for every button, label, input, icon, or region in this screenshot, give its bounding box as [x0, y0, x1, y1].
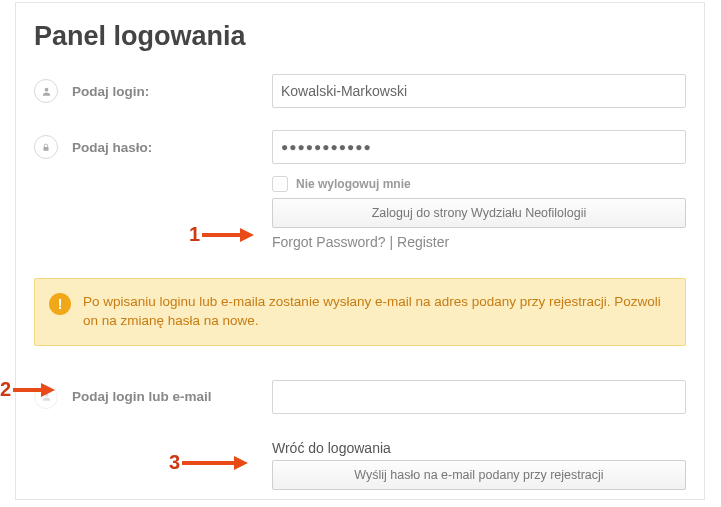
arrow-icon	[182, 456, 248, 470]
annotation-number: 1	[189, 223, 200, 246]
send-password-button[interactable]: Wyślij hasło na e-mail podany przy rejes…	[272, 460, 686, 490]
password-label: Podaj hasło:	[72, 140, 152, 155]
back-to-login-link[interactable]: Wróć do logowania	[272, 440, 686, 456]
recover-input[interactable]	[272, 380, 686, 414]
remember-checkbox[interactable]	[272, 176, 288, 192]
password-label-col: Podaj hasło:	[34, 135, 272, 159]
lock-icon	[34, 135, 58, 159]
login-panel: Panel logowania Podaj login: Podaj hasło…	[15, 2, 705, 500]
svg-point-0	[44, 87, 48, 91]
recover-label-col: Podaj login lub e-mail	[34, 385, 272, 409]
info-alert: ! Po wpisaniu loginu lub e-maila zostani…	[34, 278, 686, 346]
auth-links: Forgot Password? | Register	[272, 234, 686, 250]
annotation-3: 3	[169, 451, 248, 474]
annotation-number: 2	[0, 378, 11, 401]
recover-row: Podaj login lub e-mail	[16, 376, 704, 418]
forgot-password-link[interactable]: Forgot Password?	[272, 234, 386, 250]
remember-label: Nie wylogowuj mnie	[296, 177, 411, 191]
recover-label: Podaj login lub e-mail	[72, 389, 212, 404]
login-button[interactable]: Zaloguj do strony Wydziału Neofilologii	[272, 198, 686, 228]
register-link[interactable]: Register	[397, 234, 449, 250]
arrow-icon	[13, 383, 55, 397]
login-row: Podaj login:	[16, 70, 704, 112]
password-input[interactable]	[272, 130, 686, 164]
annotation-2: 2	[0, 378, 55, 401]
annotation-number: 3	[169, 451, 180, 474]
login-label-col: Podaj login:	[34, 79, 272, 103]
arrow-icon	[202, 228, 254, 242]
warning-icon: !	[49, 293, 71, 315]
login-label: Podaj login:	[72, 84, 149, 99]
remember-row: Nie wylogowuj mnie	[272, 176, 686, 192]
page-title: Panel logowania	[16, 3, 704, 70]
login-input[interactable]	[272, 74, 686, 108]
link-separator: |	[386, 234, 397, 250]
user-icon	[34, 79, 58, 103]
svg-rect-1	[44, 147, 49, 151]
password-row: Podaj hasło:	[16, 126, 704, 168]
annotation-1: 1	[189, 223, 254, 246]
alert-text: Po wpisaniu loginu lub e-maila zostanie …	[83, 293, 671, 331]
